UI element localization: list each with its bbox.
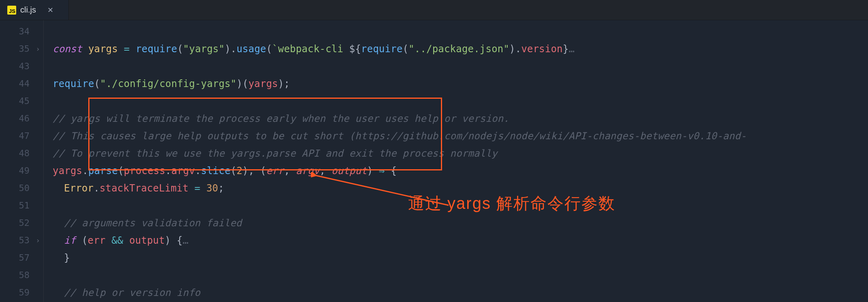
gutter-row: 50 xyxy=(0,179,43,197)
code-token: usage xyxy=(236,43,266,55)
code-token: = xyxy=(124,43,130,55)
line-number: 34 xyxy=(19,26,30,36)
code-token: ; xyxy=(218,183,224,194)
line-number: 57 xyxy=(19,253,30,263)
gutter-row: 44 xyxy=(0,75,43,92)
gutter-row: 58 xyxy=(0,266,43,284)
code-token: "yargs" xyxy=(183,43,225,55)
code-token: yargs xyxy=(53,165,82,177)
line-number: 51 xyxy=(19,200,30,211)
code-token: argv xyxy=(296,165,320,177)
annotation-text: 通过 yargs 解析命令行参数 xyxy=(408,192,615,215)
code-token: ) xyxy=(367,165,379,177)
code-editor[interactable]: 3435›4344454647484950515253›57585960 通过 … xyxy=(0,20,868,302)
code-line[interactable]: // This causes large help outputs to be … xyxy=(53,127,868,145)
code-token: ( xyxy=(82,235,88,246)
code-area[interactable]: 通过 yargs 解析命令行参数 const yargs = require("… xyxy=(44,20,868,302)
tab-cli-js[interactable]: JS cli.js ✕ xyxy=(0,0,69,20)
code-token xyxy=(200,183,206,194)
code-line[interactable] xyxy=(53,266,868,284)
line-number: 49 xyxy=(19,166,30,176)
code-token: // To prevent this we use the yargs.pars… xyxy=(53,148,498,159)
code-token: yargs xyxy=(88,43,118,55)
line-number: 45 xyxy=(19,96,30,106)
code-token: ). xyxy=(509,43,521,55)
code-token: require xyxy=(53,78,94,89)
code-token: ), ( xyxy=(243,165,266,177)
code-token: Error xyxy=(64,183,94,194)
code-token: } xyxy=(563,43,569,55)
code-token: require xyxy=(136,43,177,55)
tab-label: cli.js xyxy=(20,5,36,15)
code-token: ( xyxy=(94,78,100,89)
gutter-row: 57 xyxy=(0,249,43,266)
fold-chevron-icon[interactable]: › xyxy=(36,236,40,245)
gutter-row: 46 xyxy=(0,110,43,127)
fold-chevron-icon[interactable]: › xyxy=(36,45,40,53)
code-token xyxy=(106,235,112,246)
code-token: if xyxy=(64,235,82,246)
gutter-row: 45 xyxy=(0,92,43,110)
code-token: ( xyxy=(266,43,272,55)
code-line[interactable] xyxy=(53,92,868,110)
code-line[interactable]: yargs.parse(process.argv.slice(2), (err,… xyxy=(53,162,868,179)
gutter-row: 34 xyxy=(0,23,43,40)
line-number: 47 xyxy=(19,131,30,141)
code-token: )( xyxy=(236,78,248,89)
code-token: , xyxy=(284,165,296,177)
line-number: 59 xyxy=(19,287,30,298)
code-token: } xyxy=(64,252,70,264)
code-token: ( xyxy=(118,165,124,177)
code-line[interactable]: if (err && output) {… xyxy=(53,232,868,249)
line-number: 35 xyxy=(19,44,30,54)
code-token: ⇒ xyxy=(379,165,385,177)
code-token: // arguments validation failed xyxy=(64,217,242,229)
code-line[interactable] xyxy=(53,23,868,40)
code-line[interactable]: // To prevent this we use the yargs.pars… xyxy=(53,145,868,162)
tab-bar: JS cli.js ✕ xyxy=(0,0,868,20)
close-icon[interactable]: ✕ xyxy=(47,6,53,15)
line-number: 43 xyxy=(19,61,30,71)
line-number: 44 xyxy=(19,79,30,89)
code-token: … xyxy=(183,235,189,246)
code-token: . xyxy=(195,165,201,177)
code-token: process xyxy=(124,165,166,177)
code-token: err xyxy=(266,165,284,177)
code-line[interactable]: } xyxy=(53,249,868,266)
code-token: 2 xyxy=(236,165,243,177)
code-token: && xyxy=(111,235,123,246)
line-number: 52 xyxy=(19,218,30,228)
code-token: ); xyxy=(278,78,290,89)
code-token: stackTraceLimit xyxy=(100,183,189,194)
code-line[interactable]: const yargs = require("yargs").usage(`we… xyxy=(53,40,868,57)
code-token: output xyxy=(332,165,367,177)
code-token: const xyxy=(53,43,88,55)
code-token: … xyxy=(569,43,575,55)
code-token: = xyxy=(194,183,200,194)
code-token: ) { xyxy=(165,235,183,246)
gutter-row: 59 xyxy=(0,284,43,301)
code-token: // yargs will terminate the process earl… xyxy=(53,113,509,124)
line-number: 48 xyxy=(19,148,30,158)
gutter-row: 51 xyxy=(0,197,43,214)
code-token: "../package.json" xyxy=(408,43,509,55)
code-line[interactable]: // arguments validation failed xyxy=(53,214,868,232)
gutter-row: 35› xyxy=(0,40,43,57)
code-token: . xyxy=(82,165,88,177)
line-number: 53 xyxy=(19,235,30,245)
code-token: "./config/config-yargs" xyxy=(100,78,236,89)
code-line[interactable]: // yargs will terminate the process earl… xyxy=(53,110,868,127)
code-token: slice xyxy=(201,165,230,177)
code-token: ). xyxy=(225,43,236,55)
gutter-row: 43 xyxy=(0,57,43,75)
code-line[interactable] xyxy=(53,57,868,75)
code-token: `webpack-cli xyxy=(272,43,349,55)
code-line[interactable]: require("./config/config-yargs")(yargs); xyxy=(53,75,868,92)
code-token: ( xyxy=(177,43,183,55)
gutter-row: 48 xyxy=(0,145,43,162)
code-token: // help or version info xyxy=(64,287,200,298)
code-token: yargs xyxy=(248,78,278,89)
javascript-file-icon: JS xyxy=(7,6,16,15)
code-line[interactable]: // help or version info xyxy=(53,284,868,301)
code-token xyxy=(189,183,195,194)
